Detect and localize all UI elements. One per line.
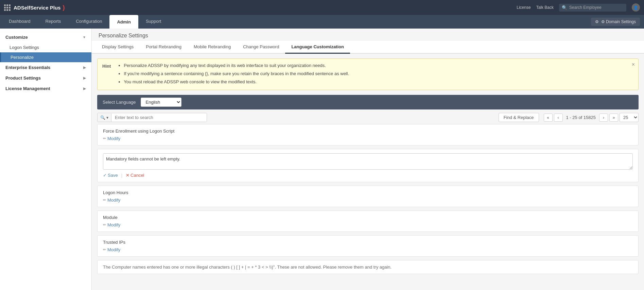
tab-display-settings[interactable]: Display Settings: [96, 41, 140, 54]
sidebar-section-product[interactable]: Product Settings ▶: [0, 73, 91, 83]
sidebar-section-enterprise[interactable]: Enterprise Essentials ▶: [0, 62, 91, 73]
sidebar-item-logon-settings[interactable]: Logon Settings: [0, 42, 91, 52]
pencil-icon-2: ✏: [103, 198, 106, 202]
hint-close-button[interactable]: ×: [632, 62, 635, 68]
entry-trusted-ips-title: Trusted IPs: [103, 240, 633, 245]
tab-portal-rebranding[interactable]: Portal Rebranding: [140, 41, 188, 54]
entry-force-enrollment-title: Force Enrollment using Logon Script: [103, 129, 633, 134]
nav-tab-configuration[interactable]: Configuration: [68, 15, 109, 29]
pagination-info: 1 - 25 of 15825: [564, 115, 598, 120]
hint-item-2: If you're modifying a sentence containin…: [124, 70, 349, 78]
license-link[interactable]: License: [517, 5, 530, 10]
hint-list: Personalize ADSSP by modifying any text …: [118, 62, 349, 86]
per-page-select[interactable]: 25 50 100: [620, 113, 639, 122]
cancel-link[interactable]: ✕ Cancel: [126, 173, 144, 178]
entry-module-title: Module: [103, 215, 633, 220]
tab-mobile-rebranding[interactable]: Mobile Rebranding: [188, 41, 237, 54]
domain-settings-button[interactable]: ⚙ ⚙ Domain Settings: [591, 18, 640, 26]
entry-mandatory-fields: Mandatory fields cannot be left empty. ✓…: [97, 149, 639, 182]
pagination-first-button[interactable]: «: [544, 114, 553, 122]
nav-tab-admin[interactable]: Admin: [109, 15, 138, 29]
topbar-left: ADSelfService Plus ): [4, 4, 65, 11]
tab-language-customization[interactable]: Language Customization: [285, 41, 350, 54]
tab-change-password[interactable]: Change Password: [237, 41, 285, 54]
nav-tab-reports[interactable]: Reports: [38, 15, 69, 29]
pagination-last-button[interactable]: »: [609, 114, 618, 122]
sidebar-section-license[interactable]: License Management ▶: [0, 83, 91, 94]
gear-icon: ⚙: [595, 19, 599, 24]
pencil-icon-4: ✏: [103, 248, 106, 252]
hint-item-1: Personalize ADSSP by modifying any text …: [124, 62, 349, 69]
search-pagination-bar: 🔍 ▾ Find & Replace « ‹ 1 - 25 of 15825 ›…: [97, 113, 639, 122]
entry-logon-hours-modify[interactable]: ✏ Modify: [103, 198, 120, 203]
language-bar: Select Language English French German Sp…: [97, 95, 639, 109]
checkmark-icon: ✓: [103, 173, 107, 178]
entry-force-enrollment: Force Enrollment using Logon Script ✏ Mo…: [97, 124, 639, 146]
save-link[interactable]: ✓ Save: [103, 173, 118, 178]
pencil-icon: ✏: [103, 136, 106, 141]
entry-logon-hours: Logon Hours ✏ Modify: [97, 186, 639, 207]
edit-actions: ✓ Save | ✕ Cancel: [103, 173, 633, 178]
search-employee-wrap: 🔍: [559, 4, 626, 12]
topbar-right: License Talk Back 🔍 👤: [517, 3, 640, 12]
x-icon: ✕: [126, 173, 129, 178]
find-replace-button[interactable]: Find & Replace: [499, 113, 539, 122]
chevron-right-icon: ▶: [83, 66, 86, 69]
pencil-icon-3: ✏: [103, 223, 106, 227]
hint-box: × Hint Personalize ADSSP by modifying an…: [97, 58, 639, 90]
search-employee-input[interactable]: [569, 5, 624, 10]
entry-logon-hours-title: Logon Hours: [103, 190, 633, 195]
actions-divider: |: [121, 173, 122, 178]
pagination-next-button[interactable]: ›: [599, 114, 608, 122]
entry-force-enrollment-modify[interactable]: ✏ Modify: [103, 136, 120, 141]
entry-trusted-ips-modify[interactable]: ✏ Modify: [103, 247, 120, 252]
app-logo: ADSelfService Plus ): [14, 4, 65, 11]
entry-module-modify[interactable]: ✏ Modify: [103, 222, 120, 227]
sidebar-item-personalize[interactable]: Personalize: [0, 52, 91, 62]
nav-tabs-bar: Dashboard Reports Configuration Admin Su…: [0, 15, 644, 29]
chevron-right-icon-2: ▶: [83, 76, 86, 80]
content-tabs: Display Settings Portal Rebranding Mobil…: [92, 41, 644, 54]
nav-tab-dashboard[interactable]: Dashboard: [1, 15, 38, 29]
sidebar: Customize ▼ Logon Settings Personalize E…: [0, 29, 92, 290]
search-prefix[interactable]: 🔍 ▾: [98, 114, 111, 122]
page-title: Personalize Settings: [92, 29, 644, 41]
talk-back-link[interactable]: Talk Back: [536, 5, 554, 10]
search-input[interactable]: [111, 113, 207, 122]
lang-label: Select Language: [103, 100, 136, 105]
chevron-right-icon-3: ▶: [83, 87, 86, 90]
hint-item-3: You must reload the ADSSP web console to…: [124, 79, 349, 86]
search-icon: 🔍: [562, 5, 567, 10]
hint-title: Hint: [102, 62, 111, 70]
search-wrap: 🔍 ▾: [97, 113, 207, 122]
content-area: Personalize Settings Display Settings Po…: [92, 29, 644, 290]
entry-trusted-ips: Trusted IPs ✏ Modify: [97, 235, 639, 257]
pagination-prev-button[interactable]: ‹: [554, 114, 563, 122]
search-dropdown-icon: ▾: [106, 115, 108, 120]
language-select[interactable]: English French German Spanish Japanese: [141, 98, 181, 107]
grid-icon: [4, 4, 10, 11]
pagination-wrap: Find & Replace « ‹ 1 - 25 of 15825 › » 2…: [499, 113, 639, 122]
nav-tabs-right: ⚙ ⚙ Domain Settings: [591, 18, 643, 26]
search-prefix-icon: 🔍: [100, 115, 105, 120]
entry-mandatory-fields-textarea[interactable]: Mandatory fields cannot be left empty.: [103, 153, 633, 170]
nav-tabs-left: Dashboard Reports Configuration Admin Su…: [1, 15, 169, 29]
chevron-down-icon: ▼: [83, 35, 86, 39]
nav-tab-support[interactable]: Support: [138, 15, 169, 29]
main-layout: Customize ▼ Logon Settings Personalize E…: [0, 29, 644, 290]
sidebar-section-customize[interactable]: Customize ▼: [0, 32, 91, 42]
avatar[interactable]: 👤: [632, 3, 640, 12]
entry-module: Module ✏ Modify: [97, 210, 639, 232]
entries-area: Force Enrollment using Logon Script ✏ Mo…: [97, 124, 639, 274]
topbar: ADSelfService Plus ) License Talk Back 🔍…: [0, 0, 644, 15]
bottom-text: The Computer names entered has one or mo…: [97, 260, 639, 274]
